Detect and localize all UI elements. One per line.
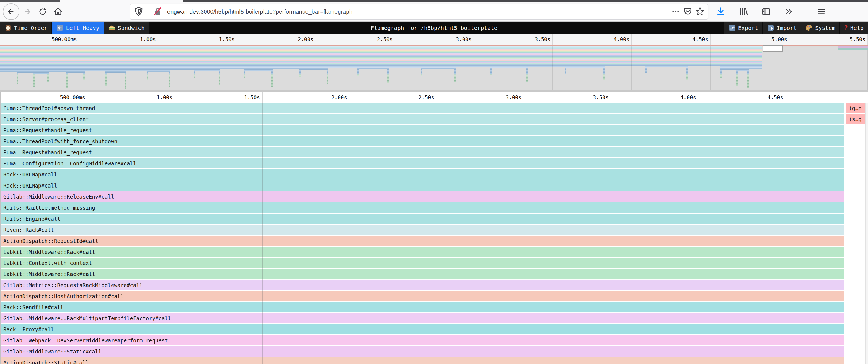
page-actions-button[interactable]	[670, 5, 682, 18]
tab-time-order[interactable]: Time Order	[0, 22, 52, 34]
flame-frame[interactable]: ActionDispatch::Static#call	[1, 357, 844, 364]
flame-frame[interactable]: Labkit::Middleware::Rack#call	[1, 247, 844, 257]
export-button[interactable]: Export	[724, 22, 762, 34]
pocket-button[interactable]	[682, 5, 694, 18]
action-label: System	[815, 25, 835, 31]
flame-frame-truncated[interactable]: (g…n	[845, 103, 867, 113]
frame-label: Puma::Request#handle_request	[1, 150, 92, 156]
forward-button[interactable]	[20, 4, 35, 20]
flamegraph-row: Rack::URLMap#call	[1, 180, 868, 191]
frame-label: Raven::Rack#call	[1, 227, 54, 233]
library-button[interactable]	[736, 4, 751, 20]
url-text[interactable]: engwan-dev:3000/h5bp/html5-boilerplate?p…	[167, 8, 670, 15]
flame-frame[interactable]: Rails::Engine#call	[1, 213, 844, 224]
overflow-menu-button[interactable]	[781, 4, 797, 20]
sandwich-icon	[108, 24, 116, 32]
url-bar[interactable]: engwan-dev:3000/h5bp/html5-boilerplate?p…	[130, 4, 708, 20]
flame-frame[interactable]: Rails::Railtie.method_missing	[1, 202, 844, 213]
back-button[interactable]	[3, 3, 20, 20]
axis-tick-label: 5.50s	[850, 34, 866, 45]
axis-tick-label: 4.50s	[768, 92, 783, 103]
menu-icon	[817, 7, 826, 16]
help-button[interactable]: ? Help	[840, 22, 868, 34]
frame-label: ActionDispatch::Static#call	[1, 360, 89, 364]
flamegraph-row: Raven::Rack#call	[1, 225, 868, 236]
frame-label: Puma::ThreadPool#spawn_thread	[1, 105, 95, 111]
flame-frame[interactable]: ActionDispatch::RequestId#call	[1, 236, 844, 246]
axis-tick-label: 2.00s	[331, 92, 347, 103]
frame-label: Rails::Railtie.method_missing	[1, 205, 95, 211]
flame-frame[interactable]: Gitlab::Metrics::RequestsRackMiddleware#…	[1, 280, 844, 290]
axis-gridline	[473, 34, 474, 45]
axis-tick-label: 4.00s	[614, 34, 629, 45]
frame-label: (g…n	[845, 105, 862, 111]
home-button[interactable]	[51, 4, 66, 20]
flamegraph-row: Puma::ThreadPool#with_force_shutdown	[1, 136, 868, 147]
flamegraph-row: Rails::Engine#call	[1, 213, 868, 225]
tracking-protection-button[interactable]	[132, 5, 145, 18]
flamegraph-row: Puma::Request#handle_request	[1, 125, 868, 136]
flame-frame[interactable]: Puma::Request#handle_request	[1, 125, 844, 135]
flame-frame[interactable]: ActionDispatch::HostAuthorization#call	[1, 291, 844, 301]
minimap-viewport-handle[interactable]	[763, 45, 783, 52]
flame-frame[interactable]: Puma::ThreadPool#spawn_thread	[1, 103, 844, 113]
frame-label: Puma::Server#process_client	[1, 116, 89, 122]
axis-gridline	[237, 34, 237, 45]
connection-security-button[interactable]	[152, 5, 164, 18]
axis-gridline	[786, 92, 786, 103]
active-tab-sliver[interactable]	[60, 0, 183, 2]
frame-label: Gitlab::Middleware::RackMultipartTempfil…	[1, 315, 171, 321]
flamegraph-row: Rack::URLMap#call	[1, 169, 868, 180]
flame-frame[interactable]: Puma::Server#process_client	[1, 114, 844, 124]
flame-frame[interactable]: Puma::ThreadPool#with_force_shutdown	[1, 136, 844, 146]
frame-label: Labkit::Middleware::Rack#call	[1, 249, 95, 255]
import-button[interactable]: Import	[763, 22, 801, 34]
axis-gridline	[524, 92, 524, 103]
axis-gridline	[867, 34, 868, 45]
axis-gridline	[611, 92, 612, 103]
axis-tick-label: 5.00s	[771, 34, 787, 45]
flame-frame[interactable]: Gitlab::Webpack::DevServerMiddleware#per…	[1, 335, 844, 345]
axis-tick-label: 2.00s	[298, 34, 314, 45]
downloads-button[interactable]	[713, 4, 728, 20]
frame-label: Rack::URLMap#call	[1, 183, 57, 189]
flame-frame[interactable]: Gitlab::Middleware::RackMultipartTempfil…	[1, 313, 844, 323]
flame-frame[interactable]: Puma::Configuration::ConfigMiddleware#ca…	[1, 158, 844, 168]
system-theme-button[interactable]: System	[801, 22, 839, 34]
tab-left-heavy[interactable]: Left Heavy	[52, 22, 103, 34]
frame-label: Puma::Request#handle_request	[1, 127, 92, 133]
flame-frame[interactable]: Rack::Sendfile#call	[1, 302, 844, 312]
flame-frame[interactable]: Puma::Request#handle_request	[1, 147, 844, 157]
flame-frame[interactable]: Gitlab::Middleware::Static#call	[1, 346, 844, 357]
axis-tick-label: 3.00s	[456, 34, 472, 45]
flamegraph-row: Puma::Server#process_client(s…g	[1, 114, 868, 125]
minimap[interactable]	[0, 45, 868, 90]
flame-frame[interactable]: Rack::Proxy#call	[1, 324, 844, 334]
axis-tick-label: 3.00s	[506, 92, 522, 103]
bookmark-button[interactable]	[694, 5, 706, 18]
axis-tick-label: 1.00s	[140, 34, 156, 45]
flame-frame[interactable]: Rack::URLMap#call	[1, 169, 844, 179]
axis-gridline	[175, 92, 175, 103]
tab-sandwich[interactable]: Sandwich	[104, 22, 149, 34]
frame-label: Rack::Sendfile#call	[1, 304, 63, 310]
action-label: Export	[738, 25, 758, 31]
flame-frame[interactable]: Rack::URLMap#call	[1, 180, 844, 191]
sidebar-button[interactable]	[758, 4, 774, 20]
flame-frame[interactable]: Labkit::Context.with_context	[1, 258, 844, 268]
flame-frame-truncated[interactable]: (s…g	[845, 114, 867, 124]
tab-label: Sandwich	[118, 25, 145, 31]
download-icon	[716, 7, 725, 16]
frame-label: Labkit::Context.with_context	[1, 260, 92, 266]
flamegraph-row: Rack::Proxy#call	[1, 324, 868, 335]
vertical-scrollbar[interactable]	[865, 103, 868, 364]
flamegraph-row: Gitlab::Metrics::RequestsRackMiddleware#…	[1, 280, 868, 291]
flame-frame[interactable]: Labkit::Middleware::Rack#call	[1, 269, 844, 279]
axis-tick-label: 3.50s	[593, 92, 609, 103]
flame-frame[interactable]: Gitlab::Middleware::ReleaseEnv#call	[1, 191, 844, 202]
app-menu-button[interactable]	[813, 4, 829, 20]
reload-button[interactable]	[35, 4, 51, 20]
flamegraph-row: Gitlab::Middleware::Static#call	[1, 346, 868, 357]
flame-frame[interactable]: Raven::Rack#call	[1, 225, 844, 235]
minimap-time-axis: 500.00ms1.00s1.50s2.00s2.50s3.00s3.50s4.…	[0, 34, 868, 45]
